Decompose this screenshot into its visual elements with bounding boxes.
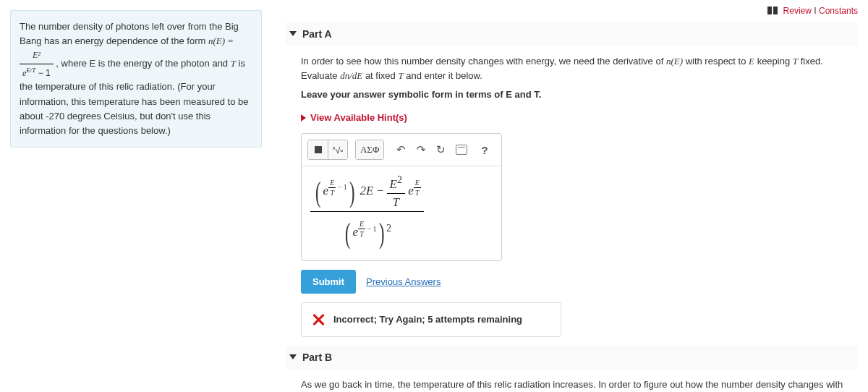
help-button[interactable]: ? [475,140,495,159]
part-a-header[interactable]: Part A [285,22,858,46]
problem-intro: The number density of photons left over … [10,10,262,148]
redo-icon: ↷ [417,143,426,156]
equation-input[interactable]: (eET − 1) 2E − E2 T eET (eET − 1)2 [302,166,501,260]
caret-down-icon [289,31,297,36]
answer-box: x√▫ ΑΣΦ ↶ ↷ ↻ ? (eET − 1) 2 [301,133,502,261]
equation-toolbar: x√▫ ΑΣΦ ↶ ↷ ↻ ? [302,134,501,166]
square-icon [315,146,322,153]
reset-button[interactable]: ↻ [432,140,450,159]
keyboard-icon [456,145,467,155]
triangle-right-icon [301,114,306,122]
part-b-prompt: As we go back in time, the temperature o… [285,373,858,392]
templates-button[interactable]: ΑΣΦ [356,140,383,159]
constants-link[interactable]: Constants [819,6,858,16]
view-hints-link[interactable]: View Available Hint(s) [301,112,407,123]
caret-down-icon [289,354,297,359]
answer-expression: (eET − 1) 2E − E2 T eET (eET − 1)2 [310,174,424,250]
intro-text: The number density of photons left over … [20,21,239,46]
part-b-title: Part B [302,351,332,363]
submit-button[interactable]: Submit [301,270,356,294]
incorrect-icon [312,313,325,326]
svg-rect-0 [767,7,772,14]
flag-icon [767,7,778,17]
svg-rect-1 [773,7,778,14]
sqrt-button[interactable]: x√▫ [328,140,347,159]
feedback-text: Incorrect; Try Again; 5 attempts remaini… [333,314,522,325]
stop-button[interactable] [308,140,328,159]
undo-icon: ↶ [396,143,406,156]
previous-answers-link[interactable]: Previous Answers [366,276,441,287]
sqrt-icon: x√▫ [333,145,344,155]
review-link[interactable]: Review [783,6,812,16]
intro-formula-frac: E² eE/T − 1 [20,48,54,80]
feedback-box: Incorrect; Try Again; 5 attempts remaini… [301,302,561,337]
part-a-prompt: In order to see how this number density … [285,50,858,105]
part-a-title: Part A [302,28,332,40]
part-b-header[interactable]: Part B [285,346,858,369]
redo-button[interactable]: ↷ [412,140,430,159]
intro-formula-lhs: n(E) = [208,35,234,46]
part-a-instruction: Leave your answer symbolic form in terms… [301,89,541,100]
top-links: Review I Constants [285,3,858,22]
undo-button[interactable]: ↶ [392,140,410,159]
keyboard-button[interactable] [451,140,472,159]
reset-icon: ↻ [436,143,446,156]
